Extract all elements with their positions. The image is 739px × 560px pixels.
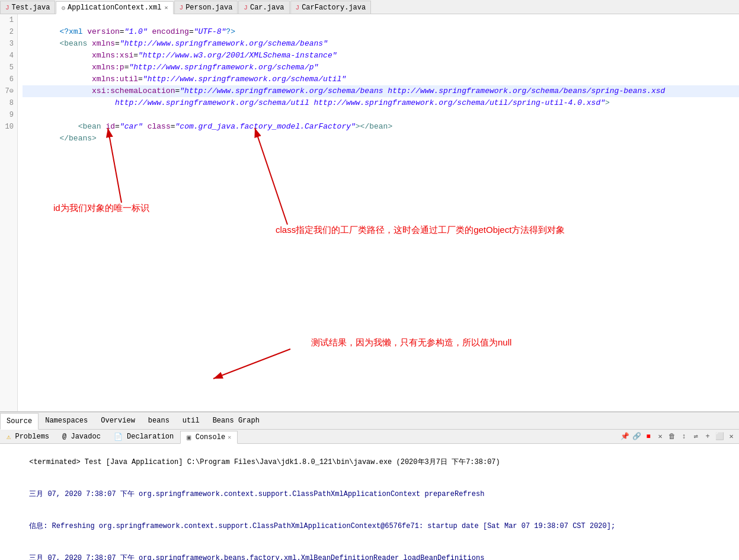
console-line-3: 三月 07, 2020 7:38:07 下午 org.springframewo… (4, 542, 735, 560)
xml-icon: ⚙ (61, 4, 65, 12)
clear-icon[interactable]: 🗑 (667, 431, 677, 442)
java-icon3: J (244, 4, 248, 11)
console-content[interactable]: <terminated> Test [Java Application] C:\… (0, 444, 739, 560)
tab-javadoc[interactable]: @ Javadoc (56, 430, 107, 443)
code-content[interactable]: <?xml version="1.0" encoding="UTF-8"?> <… (18, 14, 739, 411)
svg-line-4 (255, 128, 287, 225)
console-line-terminated: <terminated> Test [Java Application] C:\… (4, 446, 735, 478)
pin-icon[interactable]: 📌 (619, 431, 630, 442)
annotation-class: class指定我们的工厂类路径，这时会通过工厂类的getObject方法得到对象 (276, 225, 565, 236)
svg-line-5 (213, 349, 290, 379)
close-console-icon[interactable]: ✕ (726, 431, 737, 442)
tab-overview[interactable]: Overview (94, 412, 142, 429)
tab-beans[interactable]: beans (142, 412, 176, 429)
code-container: 1 2 3 4 5 6 7⊖ 8 9 10 <?xml version="1.0… (0, 14, 739, 411)
new-console-icon[interactable]: + (702, 431, 713, 442)
tab-car-java[interactable]: J Car.java (238, 1, 289, 14)
java-icon: J (5, 4, 9, 11)
tab-carfactory-java[interactable]: J CarFactory.java (290, 1, 372, 14)
annotation-id: id为我们对象的唯一标识 (53, 203, 149, 214)
word-wrap-icon[interactable]: ⇌ (690, 431, 701, 442)
editor-tab-bar: J Test.java ⚙ ApplicationContext.xml ✕ J… (0, 0, 739, 14)
maximize-icon[interactable]: ⬜ (714, 431, 725, 442)
close-tab-icon[interactable]: ✕ (164, 4, 168, 11)
bottom-tab-bar: Source Namespaces Overview beans util Be… (0, 412, 739, 430)
console-toolbar: 📌 🔗 ■ ✕ 🗑 ↕ ⇌ + ⬜ ✕ (619, 431, 739, 442)
editor-area: 1 2 3 4 5 6 7⊖ 8 9 10 <?xml version="1.0… (0, 14, 739, 412)
console-line-1: 三月 07, 2020 7:38:07 下午 org.springframewo… (4, 478, 735, 510)
tab-declaration[interactable]: 📄 Declaration (107, 430, 180, 443)
annotation-result: 测试结果，因为我懒，只有无参构造，所以值为null (311, 337, 511, 348)
tab-util[interactable]: util (176, 412, 206, 429)
tab-source[interactable]: Source (0, 413, 39, 430)
tab-console[interactable]: ▣ Console ✕ (180, 431, 238, 444)
java-icon4: J (296, 4, 300, 11)
console-tab-bar: ⚠ Problems @ Javadoc 📄 Declaration ▣ Con… (0, 430, 739, 444)
line-numbers: 1 2 3 4 5 6 7⊖ 8 9 10 (0, 14, 18, 411)
console-area: ⚠ Problems @ Javadoc 📄 Declaration ▣ Con… (0, 430, 739, 560)
java-icon2: J (180, 4, 184, 11)
link-icon[interactable]: 🔗 (631, 431, 642, 442)
tab-problems[interactable]: ⚠ Problems (0, 430, 56, 443)
code-line-1: <?xml version="1.0" encoding="UTF-8"?> (23, 14, 739, 26)
remove-icon[interactable]: ✕ (655, 431, 666, 442)
scroll-lock-icon[interactable]: ↕ (679, 431, 689, 442)
tab-app-context[interactable]: ⚙ ApplicationContext.xml ✕ (56, 1, 173, 14)
console-line-2: 信息: Refreshing org.springframework.conte… (4, 510, 735, 542)
tab-person-java[interactable]: J Person.java (174, 1, 238, 14)
tab-test-java[interactable]: J Test.java (0, 1, 55, 14)
code-line-9: <bean id="car" class="com.grd_java.facto… (23, 109, 739, 121)
console-tabs: ⚠ Problems @ Javadoc 📄 Declaration ▣ Con… (0, 430, 238, 443)
terminate-icon[interactable]: ■ (643, 431, 654, 442)
svg-line-3 (108, 128, 121, 203)
tab-beans-graph[interactable]: Beans Graph (206, 412, 266, 429)
tab-namespaces[interactable]: Namespaces (39, 412, 94, 429)
